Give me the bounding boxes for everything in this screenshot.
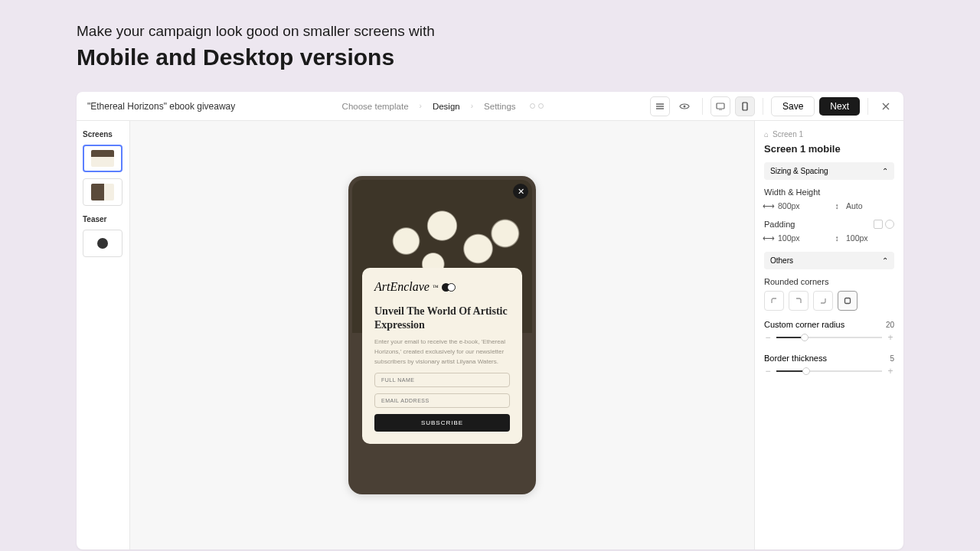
subscribe-button[interactable]: SUBSCRIBE <box>374 414 510 432</box>
brand-logo: ArtEnclave™ <box>374 280 510 294</box>
minus-button[interactable]: − <box>764 366 772 377</box>
border-thickness-label: Border thickness <box>764 354 827 363</box>
svg-point-0 <box>683 105 685 107</box>
svg-rect-3 <box>845 298 851 304</box>
app-window: "Ethereal Horizons" ebook giveaway Choos… <box>77 92 903 549</box>
pad-v-icon: ↕ <box>832 234 841 242</box>
corner-radius-label: Custom corner radius <box>764 320 844 329</box>
preview-button[interactable] <box>675 96 694 116</box>
padding-mode-box-icon[interactable] <box>874 220 883 229</box>
left-sidebar: Screens Teaser <box>77 121 130 549</box>
close-button[interactable] <box>876 96 896 116</box>
corner-radius-value: 20 <box>886 321 894 329</box>
corner-tl-button[interactable] <box>764 291 784 311</box>
canvas: ✕ ArtEnclave™ Unveil The World Of Artist… <box>130 121 754 549</box>
save-button[interactable]: Save <box>771 96 815 116</box>
crumb-design[interactable]: Design <box>433 102 460 111</box>
crumb-settings[interactable]: Settings <box>484 102 516 111</box>
close-icon[interactable]: ✕ <box>513 184 528 199</box>
teaser-label: Teaser <box>83 215 123 223</box>
padding-v-field[interactable]: ↕100px <box>832 233 894 243</box>
breadcrumb: Choose template › Design › Settings <box>235 102 650 111</box>
border-thickness-value: 5 <box>890 354 894 363</box>
screen-1-thumb[interactable] <box>83 145 122 172</box>
height-field[interactable]: ↕Auto <box>832 201 894 210</box>
plus-button[interactable]: + <box>887 332 894 343</box>
minus-button[interactable]: − <box>764 332 772 343</box>
email-input[interactable] <box>374 393 510 408</box>
padding-label: Padding <box>764 220 795 229</box>
popup-heading: Unveil The World Of Artistic Expression <box>374 305 510 331</box>
rounded-corners-label: Rounded corners <box>764 277 894 286</box>
crumb-choose-template[interactable]: Choose template <box>342 102 409 111</box>
width-field[interactable]: ⟷800px <box>764 201 826 210</box>
sizing-section-header[interactable]: Sizing & Spacing ⌃ <box>764 162 894 180</box>
plus-button[interactable]: + <box>887 366 894 377</box>
home-icon: ⌂ <box>764 130 769 139</box>
width-height-label: Width & Height <box>764 187 894 197</box>
screens-label: Screens <box>83 130 123 139</box>
corner-tr-button[interactable] <box>789 291 808 311</box>
layers-button[interactable] <box>650 96 670 116</box>
corner-all-button[interactable] <box>838 291 858 311</box>
chevron-up-icon: ⌃ <box>882 256 888 265</box>
height-icon: ↕ <box>832 202 841 210</box>
name-input[interactable] <box>374 373 510 387</box>
mobile-view-button[interactable] <box>735 96 755 116</box>
padding-h-field[interactable]: ⟷100px <box>764 233 826 243</box>
panel-breadcrumb: ⌂ Screen 1 <box>764 130 894 139</box>
padding-mode-individual-icon[interactable] <box>885 220 894 229</box>
panel-title: Screen 1 mobile <box>764 143 894 155</box>
popup-body: Enter your email to receive the e-book, … <box>374 337 510 367</box>
properties-panel: ⌂ Screen 1 Screen 1 mobile Sizing & Spac… <box>754 121 903 549</box>
chevron-right-icon: › <box>420 102 422 110</box>
others-section-header[interactable]: Others ⌃ <box>764 252 894 269</box>
teaser-thumb[interactable] <box>83 230 122 257</box>
campaign-title: "Ethereal Horizons" ebook giveaway <box>84 101 235 112</box>
topbar: "Ethereal Horizons" ebook giveaway Choos… <box>77 92 903 121</box>
chevron-up-icon: ⌃ <box>882 167 888 175</box>
headline-subtitle: Make your campaign look good on smaller … <box>77 23 903 40</box>
headline-title: Mobile and Desktop versions <box>77 44 903 70</box>
mobile-preview: ✕ ArtEnclave™ Unveil The World Of Artist… <box>348 176 536 494</box>
svg-rect-2 <box>743 103 747 110</box>
screen-2-thumb[interactable] <box>83 178 122 206</box>
width-icon: ⟷ <box>764 202 773 210</box>
next-button[interactable]: Next <box>819 97 860 116</box>
border-thickness-slider[interactable] <box>776 370 882 372</box>
step-dots <box>530 103 544 109</box>
desktop-view-button[interactable] <box>710 96 730 116</box>
svg-rect-1 <box>717 103 724 109</box>
chevron-right-icon: › <box>471 102 473 110</box>
popup-card: ArtEnclave™ Unveil The World Of Artistic… <box>362 268 522 444</box>
pad-h-icon: ⟷ <box>764 234 773 242</box>
corner-bl-button[interactable] <box>813 291 833 311</box>
corner-radius-slider[interactable] <box>776 337 882 338</box>
